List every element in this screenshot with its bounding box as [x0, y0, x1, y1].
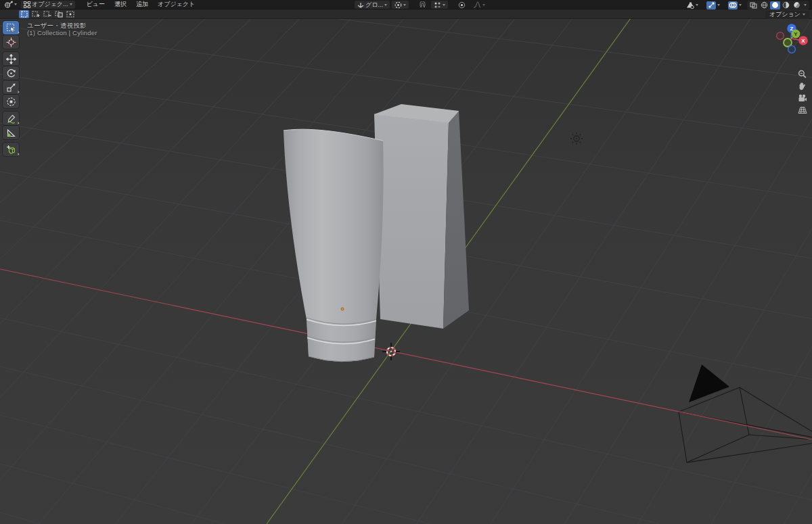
tool-annotate[interactable]: [3, 112, 19, 125]
pivot-point-icon: [394, 1, 402, 9]
tool-move[interactable]: [3, 52, 19, 66]
gizmo-neg-x-ball[interactable]: [777, 32, 784, 40]
snap-toggle-button[interactable]: [416, 1, 429, 9]
menu-object[interactable]: オブジェクト: [153, 0, 200, 9]
camera-view-button[interactable]: [796, 93, 808, 103]
mode-dropdown-label: オブジェク...: [32, 0, 68, 9]
navigation-gizmo[interactable]: Z Y X: [773, 20, 810, 57]
object-mode-icon: [24, 1, 30, 8]
options-button[interactable]: オプション: [765, 11, 809, 19]
transform-orientation-dropdown[interactable]: グロ...: [355, 1, 390, 9]
view-nav-buttons: [796, 69, 808, 115]
menu-add[interactable]: 追加: [131, 0, 153, 9]
tool-add-cube[interactable]: [3, 143, 19, 156]
move-icon: [6, 54, 16, 64]
tool-cursor[interactable]: [3, 35, 19, 49]
3d-viewport-editor-icon: [5, 1, 13, 8]
visibility-filter-icon: [686, 1, 694, 9]
add-cube-icon: [6, 145, 16, 155]
annotate-icon: [6, 114, 16, 124]
proportional-edit-toggle[interactable]: [455, 1, 468, 9]
object-visibility-dropdown[interactable]: [683, 1, 701, 9]
cylinder-object[interactable]: [284, 129, 384, 362]
select-mode-set[interactable]: [19, 10, 29, 18]
cursor-3d: [382, 343, 400, 360]
orientation-axes-icon: [357, 1, 364, 8]
menu-view[interactable]: ビュー: [82, 0, 110, 9]
tool-measure[interactable]: [3, 126, 19, 139]
measure-icon: [6, 128, 16, 138]
shading-segment: [747, 1, 809, 9]
show-overlays-dropdown[interactable]: [725, 1, 744, 9]
cursor-tool-icon: [6, 37, 16, 47]
camera-up-triangle: [689, 364, 729, 402]
gizmo-neg-z-ball[interactable]: [788, 46, 796, 53]
light-object[interactable]: [570, 133, 583, 145]
proportional-edit-icon: [458, 1, 466, 9]
snap-increment-icon: [434, 1, 441, 9]
select-mode-subtract[interactable]: [42, 10, 52, 18]
tool-select-box[interactable]: [3, 21, 19, 34]
zoom-button[interactable]: [796, 69, 808, 78]
tool-settings-bar: オプション: [0, 9, 812, 19]
transform-icon: [6, 97, 16, 107]
gizmo-x-label: X: [801, 38, 805, 44]
shading-solid-button[interactable]: [770, 1, 780, 9]
shading-rendered-button[interactable]: [792, 1, 802, 9]
select-box-icon: [6, 23, 16, 33]
rotate-icon: [6, 68, 16, 78]
object-origin-dot: [341, 308, 344, 310]
select-mode-group: [19, 10, 75, 18]
pan-hand-button[interactable]: [796, 81, 808, 91]
viewport-3d[interactable]: ユーザー・透視投影 (1) Collection | Cylinder: [0, 19, 812, 524]
camera-object[interactable]: [679, 364, 812, 462]
select-mode-invert[interactable]: [53, 10, 64, 18]
scene-canvas[interactable]: [0, 19, 812, 524]
shading-wireframe-button[interactable]: [759, 1, 769, 9]
tool-transform[interactable]: [3, 95, 19, 108]
tool-scale[interactable]: [3, 80, 19, 94]
menu-select[interactable]: 選択: [110, 0, 131, 9]
mode-dropdown[interactable]: オブジェク...: [21, 1, 75, 9]
gizmo-y-label: Y: [794, 31, 798, 37]
perspective-toggle-button[interactable]: [796, 105, 808, 115]
tool-rotate[interactable]: [3, 66, 19, 80]
shading-material-button[interactable]: [781, 1, 791, 9]
gizmo-icon: [706, 1, 716, 9]
snap-target-dropdown[interactable]: [431, 1, 448, 9]
toolbar: [3, 21, 19, 157]
options-label: オプション: [769, 10, 800, 19]
magnet-icon: [419, 1, 426, 9]
active-object-label: (1) Collection | Cylinder: [27, 29, 97, 37]
blender-window: ユーザー・透視投影 (1) Collection | Cylinder: [0, 0, 812, 524]
editor-type-button[interactable]: [2, 1, 20, 9]
show-gizmo-dropdown[interactable]: [704, 1, 723, 9]
scale-icon: [6, 82, 16, 93]
select-mode-extend[interactable]: [30, 10, 41, 18]
xray-toggle[interactable]: [748, 1, 759, 9]
select-mode-intersect[interactable]: [65, 10, 75, 18]
overlays-icon: [728, 1, 738, 9]
falloff-dropdown[interactable]: [470, 1, 488, 9]
box-object[interactable]: [374, 104, 469, 329]
header-bar: オブジェク... ビュー 選択 追加 オブジェクト グロ...: [0, 0, 812, 9]
pivot-point-dropdown[interactable]: [392, 1, 409, 9]
orientation-label: グロ...: [365, 1, 383, 9]
smooth-falloff-icon: [473, 1, 481, 8]
